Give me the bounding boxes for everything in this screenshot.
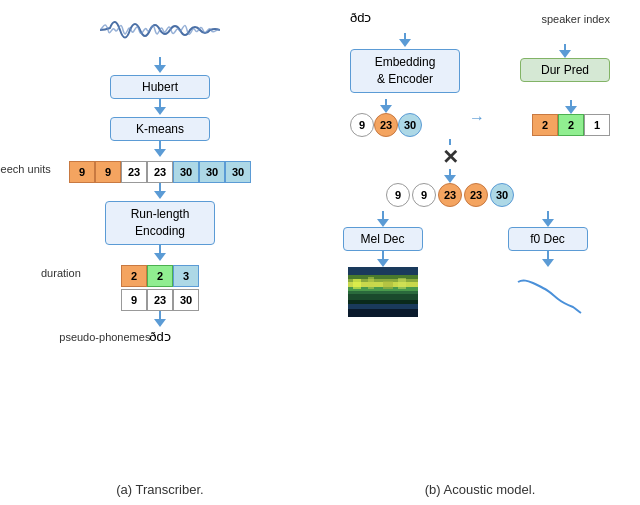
arrow-phonemes-out	[154, 311, 166, 327]
encoder-durpred-row: Embedding& Encoder Dur Pred	[340, 33, 620, 93]
arrow-waveform-hubert	[154, 57, 166, 73]
cell-9-2: 9	[95, 161, 121, 183]
arrow-into-mel	[377, 211, 389, 227]
arrow-embedding-circles	[380, 99, 392, 113]
svg-rect-2	[348, 275, 418, 279]
rle-box: Run-lengthEncoding	[105, 201, 215, 245]
arrow-into-durpred	[559, 44, 571, 58]
mel-dec-label: Mel Dec	[360, 232, 404, 246]
exp-circle-23-1: 23	[438, 183, 462, 207]
f0-dec-box: f0 Dec	[508, 227, 588, 251]
kmeans-box: K-means	[110, 117, 210, 141]
embedding-section: Embedding& Encoder	[350, 33, 460, 93]
dur-cell-2-2: 2	[147, 265, 173, 287]
phoneme-23: 23	[147, 289, 173, 311]
svg-rect-7	[348, 294, 418, 300]
duration-row: 2 2 3	[121, 265, 199, 287]
arrow-kmeans-units	[154, 141, 166, 157]
dur-r-cell-2-1: 2	[532, 114, 558, 136]
cell-23-1: 23	[121, 161, 147, 183]
right-caption: (b) Acoustic model.	[425, 482, 536, 505]
svg-rect-12	[368, 277, 374, 289]
speech-units-label: speech units	[0, 163, 51, 175]
cross-row: ✕	[340, 139, 620, 183]
arrow-f0-output	[542, 251, 554, 267]
right-panel: ðdɔ speaker index Embedding& Encoder	[320, 0, 640, 505]
arrow-units-rle	[154, 183, 166, 199]
left-panel: Hubert K-means speech units 9 9 23 2	[0, 0, 320, 505]
circle-30: 30	[398, 113, 422, 137]
bottom-labels: pseudo-phonemes ðdɔ	[149, 329, 170, 344]
arrow-into-f0	[542, 211, 554, 227]
hubert-label: Hubert	[142, 80, 178, 94]
arrow-into-embedding	[399, 33, 411, 47]
svg-rect-11	[353, 279, 361, 289]
dur-pred-label: Dur Pred	[541, 63, 589, 77]
svg-rect-8	[348, 300, 418, 304]
arrow-rle-duration	[154, 245, 166, 261]
dur-r-cell-2-2: 2	[558, 114, 584, 136]
expanded-circles-section: 9 9 23 23 30	[310, 183, 590, 207]
speaker-index-label: speaker index	[542, 13, 611, 25]
cross-section: ✕	[442, 139, 459, 183]
embedding-encoder-label: Embedding& Encoder	[375, 55, 436, 86]
dur-pred-box: Dur Pred	[520, 58, 610, 82]
phoneme-9: 9	[121, 289, 147, 311]
svg-rect-10	[348, 309, 418, 317]
embedding-circles: 9 23 30	[350, 113, 422, 137]
f0-dec-label: f0 Dec	[530, 232, 565, 246]
dur-cells-row: 2 2 1	[532, 114, 610, 136]
phoneme-output-text: ðdɔ	[149, 329, 170, 344]
f0-curve-svg	[513, 267, 583, 317]
left-caption: (a) Transcriber.	[116, 482, 203, 505]
mel-dec-box: Mel Dec	[343, 227, 423, 251]
left-caption-text: (a) Transcriber.	[116, 482, 203, 497]
circle-9: 9	[350, 113, 374, 137]
main-container: Hubert K-means speech units 9 9 23 2	[0, 0, 640, 505]
exp-circle-23-2: 23	[464, 183, 488, 207]
circles-dur-row: 9 23 30 → 2 2 1	[340, 99, 620, 137]
embedding-encoder-box: Embedding& Encoder	[350, 49, 460, 93]
mel-dec-section: Mel Dec	[343, 211, 423, 317]
phoneme-row: 9 23 30	[121, 289, 199, 311]
right-arrow: →	[467, 109, 487, 127]
svg-rect-9	[348, 304, 418, 309]
dur-cells-section: 2 2 1	[532, 100, 610, 136]
f0-dec-section: f0 Dec	[508, 211, 588, 317]
units-row1-container: speech units 9 9 23 23 30 30 30	[69, 161, 251, 183]
exp-circle-30: 30	[490, 183, 514, 207]
pseudo-phonemes-label: pseudo-phonemes	[59, 331, 150, 343]
waveform-svg	[100, 10, 220, 50]
arrow-hubert-kmeans	[154, 99, 166, 115]
svg-rect-14	[398, 278, 406, 289]
cell-23-2: 23	[147, 161, 173, 183]
phoneme-input-text: ðdɔ	[350, 10, 371, 25]
cross-symbol: ✕	[442, 145, 459, 169]
arrow-durpred-cells	[565, 100, 577, 114]
cell-9-1: 9	[69, 161, 95, 183]
arrow-mel-output	[377, 251, 389, 267]
exp-circle-9-2: 9	[412, 183, 436, 207]
right-caption-text: (b) Acoustic model.	[425, 482, 536, 497]
arrow-out-cross	[444, 169, 456, 183]
duration-label: duration	[41, 267, 81, 279]
exp-circle-9-1: 9	[386, 183, 410, 207]
top-inputs: ðdɔ speaker index	[340, 10, 620, 25]
dur-cell-3: 3	[173, 265, 199, 287]
rle-label: Run-lengthEncoding	[131, 207, 190, 238]
dur-r-cell-1: 1	[584, 114, 610, 136]
svg-rect-1	[348, 267, 418, 275]
mel-spectrogram-svg	[348, 267, 418, 317]
embedding-circles-section: 9 23 30	[350, 99, 422, 137]
units-row1: 9 9 23 23 30 30 30	[69, 161, 251, 183]
duration-row-container: duration 2 2 3	[121, 265, 199, 287]
svg-rect-13	[383, 281, 393, 289]
dur-cell-2-1: 2	[121, 265, 147, 287]
circle-23: 23	[374, 113, 398, 137]
phoneme-30: 30	[173, 289, 199, 311]
cell-30-1: 30	[173, 161, 199, 183]
duration-section: duration 2 2 3 9 23 30	[60, 245, 260, 311]
expanded-circles: 9 9 23 23 30	[386, 183, 514, 207]
svg-rect-6	[348, 291, 418, 294]
bottom-section: pseudo-phonemes ðdɔ	[60, 311, 260, 344]
